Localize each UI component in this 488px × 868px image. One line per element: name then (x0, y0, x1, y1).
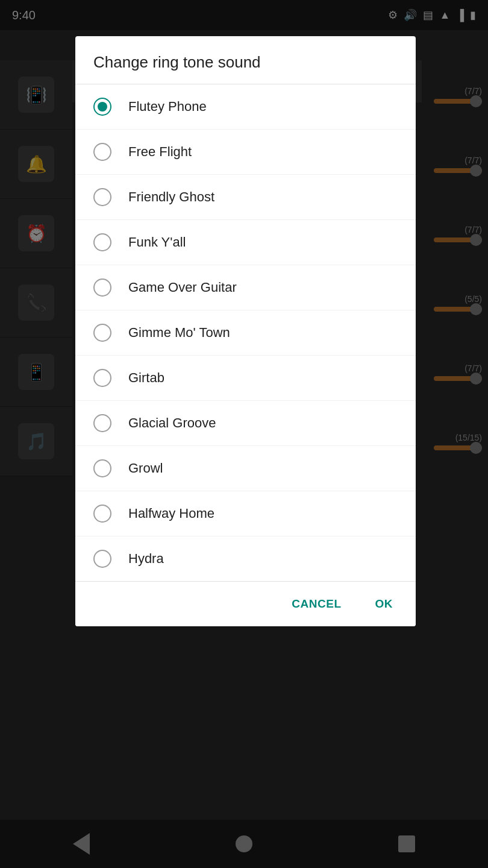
radio-funk-yall[interactable] (93, 233, 111, 251)
ringtone-item-0[interactable]: Flutey Phone (75, 84, 416, 130)
ringtone-label-1: Free Flight (128, 144, 192, 160)
radio-glacial-groove[interactable] (93, 414, 111, 432)
dialog-title: Change ring tone sound (75, 36, 416, 84)
radio-growl[interactable] (93, 459, 111, 477)
ringtone-label-3: Funk Y'all (128, 234, 186, 250)
ringtone-label-2: Friendly Ghost (128, 189, 214, 205)
ringtone-label-9: Halfway Home (128, 506, 214, 521)
ringtone-item-6[interactable]: Girtab (75, 356, 416, 401)
ringtone-item-2[interactable]: Friendly Ghost (75, 175, 416, 220)
ringtone-label-7: Glacial Groove (128, 415, 216, 431)
ringtone-item-3[interactable]: Funk Y'all (75, 220, 416, 265)
ringtone-label-0: Flutey Phone (128, 99, 207, 115)
ok-button[interactable]: OK (364, 590, 404, 618)
radio-halfway-home[interactable] (93, 505, 111, 523)
ringtone-item-4[interactable]: Game Over Guitar (75, 265, 416, 310)
radio-flutey-phone[interactable] (93, 98, 111, 116)
radio-free-flight[interactable] (93, 143, 111, 161)
radio-hydra[interactable] (93, 550, 111, 568)
ringtone-item-7[interactable]: Glacial Groove (75, 401, 416, 446)
ringtone-label-5: Gimme Mo' Town (128, 325, 230, 341)
dialog-list: Flutey Phone Free Flight Friendly Ghost … (75, 84, 416, 581)
cancel-button[interactable]: CANCEL (281, 590, 352, 618)
radio-gimme-mo-town[interactable] (93, 324, 111, 342)
ringtone-item-8[interactable]: Growl (75, 446, 416, 491)
ringtone-item-9[interactable]: Halfway Home (75, 491, 416, 536)
radio-game-over-guitar[interactable] (93, 278, 111, 297)
ringtone-label-6: Girtab (128, 370, 164, 386)
change-ringtone-dialog: Change ring tone sound Flutey Phone Free… (75, 36, 416, 626)
ringtone-label-10: Hydra (128, 551, 164, 567)
ringtone-label-4: Game Over Guitar (128, 280, 237, 295)
dialog-actions: CANCEL OK (75, 581, 416, 626)
ringtone-item-10[interactable]: Hydra (75, 536, 416, 581)
radio-girtab[interactable] (93, 369, 111, 387)
ringtone-item-1[interactable]: Free Flight (75, 130, 416, 175)
ringtone-item-5[interactable]: Gimme Mo' Town (75, 310, 416, 356)
radio-friendly-ghost[interactable] (93, 188, 111, 206)
ringtone-label-8: Growl (128, 461, 163, 476)
